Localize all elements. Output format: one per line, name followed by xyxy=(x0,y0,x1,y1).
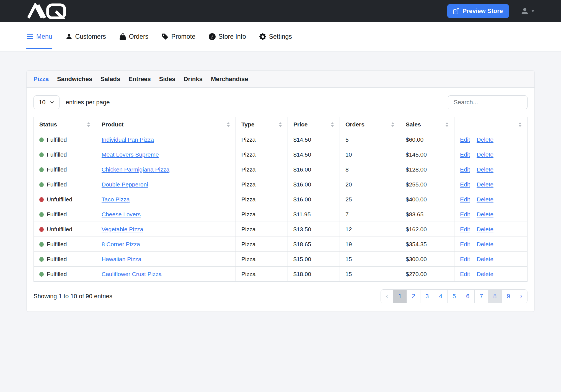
delete-link[interactable]: Delete xyxy=(477,256,493,262)
table-row: UnfulfilledVegetable PizzaPizza$13.5012$… xyxy=(34,222,528,237)
nav-item-orders[interactable]: Orders xyxy=(119,22,148,51)
delete-link[interactable]: Delete xyxy=(477,136,493,143)
nav-item-promote[interactable]: Promote xyxy=(162,22,195,51)
topbar: Preview Store xyxy=(0,0,561,22)
tab-sides[interactable]: Sides xyxy=(159,76,175,83)
product-link[interactable]: Taco Pizza xyxy=(102,196,130,203)
type-cell: Pizza xyxy=(236,207,288,222)
table-footer: Showing 1 to 10 of 90 entries ‹123456789… xyxy=(33,289,528,303)
pagination-page-1[interactable]: 1 xyxy=(393,290,407,303)
person-icon xyxy=(66,33,73,40)
actions-cell: EditDelete xyxy=(454,177,528,192)
type-cell: Pizza xyxy=(236,222,288,237)
edit-link[interactable]: Edit xyxy=(460,151,470,158)
status-label: Unfulfilled xyxy=(47,196,72,203)
orders-cell: 12 xyxy=(340,222,400,237)
edit-link[interactable]: Edit xyxy=(460,136,470,143)
tab-salads[interactable]: Salads xyxy=(100,76,120,83)
product-link[interactable]: Individual Pan Pizza xyxy=(102,136,154,143)
column-header-orders[interactable]: Orders xyxy=(340,117,400,132)
column-header-type[interactable]: Type xyxy=(236,117,288,132)
orders-cell: 5 xyxy=(340,132,400,147)
product-cell: Hawaiian Pizza xyxy=(96,252,236,267)
entries-per-page-select[interactable]: 10 xyxy=(33,95,60,109)
sort-icon xyxy=(279,122,282,127)
column-header-product[interactable]: Product xyxy=(96,117,236,132)
orders-cell: 15 xyxy=(340,252,400,267)
edit-link[interactable]: Edit xyxy=(460,196,470,203)
edit-link[interactable]: Edit xyxy=(460,181,470,188)
pagination-page-8[interactable]: 8 xyxy=(488,290,501,303)
edit-link[interactable]: Edit xyxy=(460,241,470,247)
product-link[interactable]: 8 Corner Pizza xyxy=(102,241,140,247)
delete-link[interactable]: Delete xyxy=(477,181,493,188)
delete-link[interactable]: Delete xyxy=(477,196,493,203)
column-header-price[interactable]: Price xyxy=(288,117,340,132)
table-row: FulfilledCheese LoversPizza$11.957$83.65… xyxy=(34,207,528,222)
nav-item-store-info[interactable]: Store Info xyxy=(209,22,246,51)
column-header-actions[interactable] xyxy=(454,117,528,132)
product-link[interactable]: Double Pepperoni xyxy=(102,181,148,188)
orders-cell: 10 xyxy=(340,147,400,162)
edit-link[interactable]: Edit xyxy=(460,166,470,173)
pagination: ‹123456789› xyxy=(381,289,528,303)
column-label: Type xyxy=(241,121,254,128)
pagination-next[interactable]: › xyxy=(515,290,527,303)
product-cell: Cauliflower Crust Pizza xyxy=(96,267,236,282)
column-header-sales[interactable]: Sales xyxy=(400,117,454,132)
delete-link[interactable]: Delete xyxy=(477,226,493,232)
price-cell: $18.00 xyxy=(288,267,340,282)
status-label: Fulfilled xyxy=(47,151,67,158)
product-cell: Individual Pan Pizza xyxy=(96,132,236,147)
product-link[interactable]: Chicken Parmigiana Pizza xyxy=(102,166,169,173)
pagination-page-3[interactable]: 3 xyxy=(420,290,434,303)
column-header-status[interactable]: Status xyxy=(34,117,96,132)
product-link[interactable]: Meat Lovers Supreme xyxy=(102,151,159,158)
status-cell: Unfulfilled xyxy=(34,222,96,237)
product-link[interactable]: Cheese Lovers xyxy=(102,211,141,217)
edit-link[interactable]: Edit xyxy=(460,211,470,217)
preview-store-button[interactable]: Preview Store xyxy=(447,4,509,18)
main-nav: MenuCustomersOrdersPromoteStore InfoSett… xyxy=(0,22,561,51)
delete-link[interactable]: Delete xyxy=(477,166,493,173)
tab-sandwiches[interactable]: Sandwiches xyxy=(57,76,92,83)
nav-item-customers[interactable]: Customers xyxy=(66,22,106,51)
delete-link[interactable]: Delete xyxy=(477,211,493,217)
nav-item-settings[interactable]: Settings xyxy=(259,22,292,51)
delete-link[interactable]: Delete xyxy=(477,151,493,158)
delete-link[interactable]: Delete xyxy=(477,271,493,277)
pagination-page-5[interactable]: 5 xyxy=(447,290,461,303)
nav-item-menu[interactable]: Menu xyxy=(26,22,52,51)
pagination-page-7[interactable]: 7 xyxy=(474,290,488,303)
orders-cell: 8 xyxy=(340,162,400,177)
pagination-prev[interactable]: ‹ xyxy=(381,290,393,303)
search-input[interactable] xyxy=(448,95,528,109)
pagination-page-4[interactable]: 4 xyxy=(434,290,447,303)
user-icon xyxy=(521,7,529,15)
entries-select-value: 10 xyxy=(39,99,45,106)
tab-entrees[interactable]: Entrees xyxy=(128,76,151,83)
delete-link[interactable]: Delete xyxy=(477,241,493,247)
main-content: PizzaSandwichesSaladsEntreesSidesDrinksM… xyxy=(0,51,561,312)
type-cell: Pizza xyxy=(236,237,288,252)
product-link[interactable]: Hawaiian Pizza xyxy=(102,256,141,262)
pagination-page-2[interactable]: 2 xyxy=(407,290,420,303)
tab-drinks[interactable]: Drinks xyxy=(184,76,203,83)
sales-cell: $162.00 xyxy=(400,222,454,237)
pagination-page-9[interactable]: 9 xyxy=(501,290,515,303)
status-label: Fulfilled xyxy=(47,211,67,217)
edit-link[interactable]: Edit xyxy=(460,271,470,277)
product-link[interactable]: Cauliflower Crust Pizza xyxy=(102,271,162,277)
tab-merchandise[interactable]: Merchandise xyxy=(211,76,248,83)
product-cell: Cheese Lovers xyxy=(96,207,236,222)
edit-link[interactable]: Edit xyxy=(460,226,470,232)
edit-link[interactable]: Edit xyxy=(460,256,470,262)
entries-control: 10 entries per page xyxy=(33,95,110,109)
user-menu[interactable] xyxy=(521,7,535,15)
tab-pizza[interactable]: Pizza xyxy=(33,76,49,83)
nav-item-label: Store Info xyxy=(218,33,246,40)
logo[interactable] xyxy=(26,3,68,19)
product-cell: Chicken Parmigiana Pizza xyxy=(96,162,236,177)
product-link[interactable]: Vegetable Pizza xyxy=(102,226,143,232)
pagination-page-6[interactable]: 6 xyxy=(461,290,474,303)
